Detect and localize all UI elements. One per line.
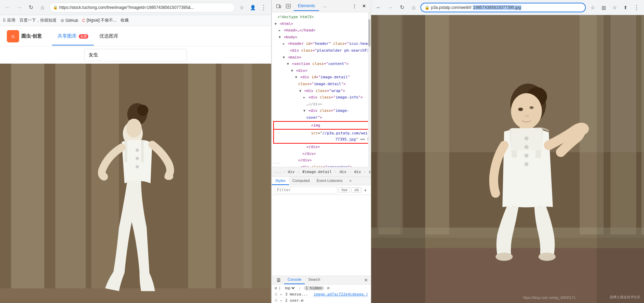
reload-button[interactable]: ↻ (26, 3, 36, 12)
tab-styles[interactable]: Styles (272, 177, 289, 185)
tab-share-gallery[interactable]: 共享图库 免费 (52, 30, 94, 42)
right-readinglist-button[interactable]: ☆ (610, 3, 619, 12)
close-console-button[interactable]: ✕ (364, 277, 368, 283)
logo-svg: 虫 (9, 32, 17, 40)
tab-computed[interactable]: Computed (289, 177, 313, 185)
image-area (0, 64, 271, 303)
tree-image-detail[interactable]: <div id="image-detail" (273, 74, 369, 81)
tree-placeholder[interactable]: <div class="placeholder ph-searchFixed "… (273, 47, 369, 54)
tree-wrap[interactable]: <div class="wrap"> (273, 88, 369, 94)
device-toolbar-button[interactable] (275, 2, 283, 10)
console-ban-icon[interactable]: ⊘ (275, 286, 277, 291)
bookmark-apps[interactable]: ⠿ 应用 (3, 17, 15, 23)
breadcrumb-img[interactable]: img (367, 169, 371, 174)
tab-more-styles[interactable]: » (346, 177, 355, 185)
tree-section[interactable]: <section class="content"> (273, 61, 369, 67)
scroll-thumb[interactable] (368, 19, 370, 47)
tree-body[interactable]: <body> (273, 34, 369, 41)
tree-head[interactable]: <head>…</head> (273, 27, 369, 34)
triangle[interactable] (275, 21, 277, 27)
right-lock-icon: 🔒 (425, 5, 430, 10)
cls-button[interactable]: .cls (351, 187, 361, 193)
tree-image-info[interactable]: <div class="image-info"> (273, 94, 369, 101)
right-bookmark-button[interactable]: ☆ (588, 3, 597, 12)
triangle[interactable] (287, 61, 289, 67)
home-button[interactable]: ⌂ (38, 3, 47, 12)
tree-doctype[interactable]: <!doctype html5> (273, 14, 369, 21)
filter-input[interactable] (275, 187, 337, 194)
tree-image-cover[interactable]: <div class="image- (273, 107, 369, 114)
close-devtools-button[interactable]: ✕ (360, 2, 368, 10)
back-button[interactable]: ← (3, 3, 12, 12)
bookmark-star-button[interactable]: ☆ (237, 3, 247, 12)
triangle[interactable] (299, 88, 301, 94)
tab-more[interactable]: ... (319, 1, 331, 11)
tree-close-div2[interactable]: </div> (273, 150, 369, 157)
console-row-2[interactable]: ☰ ► 2 user.m (272, 298, 371, 303)
add-style-button[interactable]: + (363, 187, 368, 193)
address-bar[interactable]: 🔒 https://stock.tuchong.com/free/image/?… (49, 3, 235, 12)
triangle[interactable] (295, 75, 297, 80)
search-input[interactable] (84, 49, 187, 61)
triangle[interactable] (283, 55, 285, 60)
right-forward-button[interactable]: → (386, 3, 395, 12)
console-row-1[interactable]: ☰ ► 3 messa... image.ad7ac722e4cdeaga.j (272, 291, 371, 298)
right-share-button[interactable]: ⬆ (621, 3, 630, 12)
tab-search[interactable]: Search (305, 276, 324, 284)
triangle[interactable] (283, 41, 285, 47)
more-options-button[interactable]: ⋮ (350, 2, 358, 10)
breadcrumb-image-detail[interactable]: #image-detail (301, 169, 333, 174)
row-expand-2[interactable]: ► (280, 299, 282, 302)
triangle[interactable] (303, 95, 305, 100)
right-reload-button[interactable]: ↻ (397, 3, 407, 12)
right-reader-button[interactable]: ▥ (599, 3, 608, 12)
hov-button[interactable]: :hov (339, 187, 350, 193)
account-button[interactable]: 👤 (248, 3, 257, 12)
menu-button[interactable]: ⋮ (259, 3, 268, 12)
bookmark-c[interactable]: C [bigsai] 不偷不... (82, 17, 116, 23)
triangle[interactable] (279, 35, 281, 40)
right-menu-button[interactable]: ⋮ (632, 3, 641, 12)
tree-close-div1[interactable]: </div> (273, 144, 369, 150)
tab-elements[interactable]: Elements (294, 1, 319, 11)
triangle[interactable] (279, 28, 281, 33)
console-settings-icon[interactable]: ⚙ (327, 286, 329, 290)
breadcrumb-div3[interactable]: div (353, 169, 362, 174)
tree-header[interactable]: <header id="header" class="icui-header "… (273, 40, 369, 47)
tree-ellipsis[interactable]: …</div> (273, 101, 369, 108)
styles-tabs: Styles Computed Event Listeners » (272, 177, 371, 185)
elements-tree[interactable]: <!doctype html5> <html> <head>…</head> <… (272, 12, 371, 167)
scroll-track[interactable] (368, 12, 371, 167)
right-home-button[interactable]: ⌂ (409, 3, 418, 12)
tab-premium-gallery[interactable]: 优选图库 (94, 30, 124, 42)
tree-img-highlighted[interactable]: <img (273, 121, 369, 130)
tree-close-div3[interactable]: </div> (273, 157, 369, 164)
tree-image-detail2[interactable]: class="image-detail"> (273, 81, 369, 88)
svg-point-61 (495, 253, 513, 261)
console-sidebar-button[interactable]: ☰ (275, 276, 283, 284)
tab-event-listeners[interactable]: Event Listeners (313, 177, 346, 185)
forward-button[interactable]: → (14, 3, 24, 12)
tab-console[interactable]: Console (284, 276, 305, 284)
breadcrumb-sep2: › (334, 170, 337, 174)
row-expand-1[interactable]: ► (280, 292, 282, 296)
triangle[interactable] (303, 108, 305, 114)
tree-div1[interactable]: <div> (273, 67, 369, 74)
breadcrumb-div1[interactable]: div (287, 169, 296, 174)
breadcrumb-div2[interactable]: div (338, 169, 348, 174)
inspect-button[interactable] (284, 2, 292, 10)
tree-img-src[interactable]: src="//p3a.pstatp.com/weili/l/1985743856… (273, 130, 369, 144)
tree-main[interactable]: <main> (273, 54, 369, 61)
console-context-select[interactable]: top (283, 285, 296, 291)
tree-image-cover2[interactable]: cover"> (273, 114, 369, 121)
bookmark-github[interactable]: ⊙ GitHub (61, 18, 78, 23)
bookmark-baidu[interactable]: 百度一下，你就知道 (20, 17, 56, 23)
tree-html[interactable]: <html> (273, 21, 369, 27)
bookmark-favorites[interactable]: 收藏 (121, 17, 129, 23)
row-link-1[interactable]: image.ad7ac722e4cdeaga.j (314, 292, 368, 297)
right-back-button[interactable]: ← (374, 3, 383, 12)
tree-separator[interactable]: <div class="separator"> (273, 164, 369, 167)
triangle[interactable] (291, 68, 293, 74)
right-address-bar[interactable]: 🔒 p3a.pstatp.com/weili/l/198574385615077… (420, 3, 586, 12)
triangle[interactable] (295, 164, 297, 167)
